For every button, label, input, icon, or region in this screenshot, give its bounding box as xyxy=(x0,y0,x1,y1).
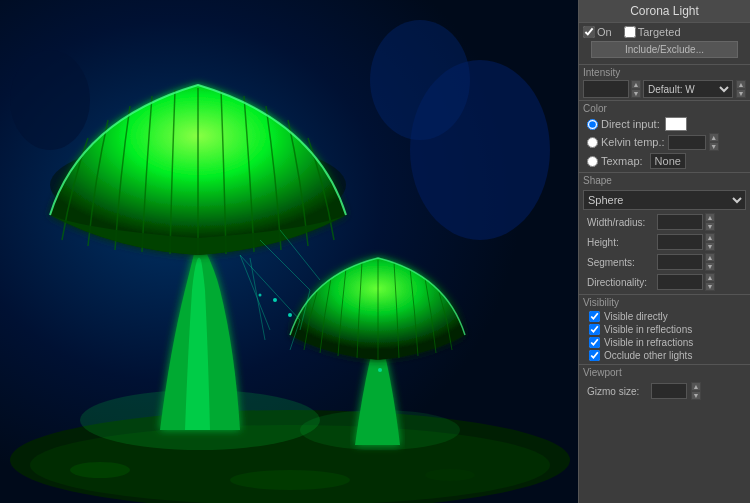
direct-input-row: Direct input: xyxy=(583,116,746,132)
height-row: Height: 0.187m ▲ ▼ xyxy=(583,232,746,252)
visible-reflections-checkbox[interactable] xyxy=(589,324,600,335)
height-input[interactable]: 0.187m xyxy=(657,234,703,250)
directionality-row: Directionality: 0.0 ▲ ▼ xyxy=(583,272,746,292)
gizmo-size-input[interactable]: 1.0 xyxy=(651,383,687,399)
directionality-up[interactable]: ▲ xyxy=(705,273,715,282)
gizmo-size-row: Gizmo size: 1.0 ▲ ▼ xyxy=(583,380,746,402)
shape-section-label: Shape xyxy=(583,175,612,186)
svg-point-22 xyxy=(230,470,350,490)
width-radius-input[interactable]: 0.187m xyxy=(657,214,703,230)
intensity-down[interactable]: ▼ xyxy=(631,89,641,98)
visible-refractions-row: Visible in refractions xyxy=(583,336,746,349)
occlude-lights-row: Occlude other lights xyxy=(583,349,746,362)
panel-title: Corona Light xyxy=(579,0,750,23)
on-checkbox[interactable] xyxy=(583,26,595,38)
on-label: On xyxy=(597,26,612,38)
svg-point-2 xyxy=(370,20,470,140)
svg-point-18 xyxy=(288,313,292,317)
texmap-label: Texmap: xyxy=(601,155,643,167)
width-radius-spinner[interactable]: ▲ ▼ xyxy=(705,213,715,231)
intensity-up[interactable]: ▲ xyxy=(631,80,641,89)
color-swatch[interactable] xyxy=(665,117,687,131)
intensity-default-dropdown[interactable]: Default: W xyxy=(643,80,733,98)
intensity-input[interactable]: 50.0 xyxy=(583,80,629,98)
visible-reflections-row: Visible in reflections xyxy=(583,323,746,336)
scene-image xyxy=(0,0,578,503)
segments-spinner[interactable]: ▲ ▼ xyxy=(705,253,715,271)
height-label: Height: xyxy=(587,237,655,248)
color-section-label: Color xyxy=(583,103,607,114)
directionality-label: Directionality: xyxy=(587,277,655,288)
visible-directly-checkbox[interactable] xyxy=(589,311,600,322)
gizmo-size-label: Gizmo size: xyxy=(587,386,647,397)
targeted-label: Targeted xyxy=(638,26,681,38)
directionality-spinner[interactable]: ▲ ▼ xyxy=(705,273,715,291)
visible-refractions-label: Visible in refractions xyxy=(604,337,693,348)
kelvin-spinner[interactable]: ▲ ▼ xyxy=(709,133,719,151)
shape-dropdown[interactable]: Sphere xyxy=(583,190,746,210)
svg-point-17 xyxy=(259,294,262,297)
occlude-lights-checkbox[interactable] xyxy=(589,350,600,361)
texmap-value: None xyxy=(650,153,686,169)
kelvin-row: Kelvin temp.: 6500.0 ▲ ▼ xyxy=(583,132,746,152)
visible-directly-row: Visible directly xyxy=(583,310,746,323)
kelvin-input[interactable]: 6500.0 xyxy=(668,135,706,150)
texmap-row: Texmap: None xyxy=(583,152,746,170)
kelvin-up[interactable]: ▲ xyxy=(709,133,719,142)
intensity-default-up[interactable]: ▲ xyxy=(736,80,746,89)
viewport-section-label: Viewport xyxy=(583,367,622,378)
visible-directly-label: Visible directly xyxy=(604,311,668,322)
svg-point-21 xyxy=(425,469,475,481)
gizmo-size-down[interactable]: ▼ xyxy=(691,391,701,400)
kelvin-down[interactable]: ▼ xyxy=(709,142,719,151)
intensity-spinner[interactable]: ▲ ▼ xyxy=(631,80,641,98)
directionality-down[interactable]: ▼ xyxy=(705,282,715,291)
kelvin-label: Kelvin temp.: xyxy=(601,136,665,148)
svg-point-19 xyxy=(378,368,382,372)
width-radius-down[interactable]: ▼ xyxy=(705,222,715,231)
svg-point-3 xyxy=(10,50,90,150)
direct-input-radio[interactable] xyxy=(587,119,598,130)
svg-point-20 xyxy=(70,462,130,478)
targeted-checkbox[interactable] xyxy=(624,26,636,38)
segments-down[interactable]: ▼ xyxy=(705,262,715,271)
texmap-radio[interactable] xyxy=(587,156,598,167)
visible-refractions-checkbox[interactable] xyxy=(589,337,600,348)
occlude-lights-label: Occlude other lights xyxy=(604,350,692,361)
height-down[interactable]: ▼ xyxy=(705,242,715,251)
segments-row: Segments: 16 ▲ ▼ xyxy=(583,252,746,272)
directionality-input[interactable]: 0.0 xyxy=(657,274,703,290)
kelvin-radio[interactable] xyxy=(587,137,598,148)
segments-label: Segments: xyxy=(587,257,655,268)
gizmo-size-up[interactable]: ▲ xyxy=(691,382,701,391)
height-up[interactable]: ▲ xyxy=(705,233,715,242)
gizmo-size-spinner[interactable]: ▲ ▼ xyxy=(691,382,701,400)
width-radius-up[interactable]: ▲ xyxy=(705,213,715,222)
include-exclude-button[interactable]: Include/Exclude... xyxy=(591,41,738,58)
segments-up[interactable]: ▲ xyxy=(705,253,715,262)
intensity-default-down[interactable]: ▼ xyxy=(736,89,746,98)
width-radius-label: Width/radius: xyxy=(587,217,655,228)
visibility-section-label: Visibility xyxy=(583,297,619,308)
svg-point-16 xyxy=(273,298,277,302)
direct-input-label: Direct input: xyxy=(601,118,660,130)
intensity-label: Intensity xyxy=(583,67,620,78)
visible-reflections-label: Visible in reflections xyxy=(604,324,692,335)
properties-panel: Corona Light On Targeted Include/Exclude… xyxy=(578,0,750,503)
panel-title-text: Corona Light xyxy=(630,4,699,18)
segments-input[interactable]: 16 xyxy=(657,254,703,270)
intensity-default-spinner[interactable]: ▲ ▼ xyxy=(736,80,746,98)
height-spinner[interactable]: ▲ ▼ xyxy=(705,233,715,251)
width-radius-row: Width/radius: 0.187m ▲ ▼ xyxy=(583,212,746,232)
